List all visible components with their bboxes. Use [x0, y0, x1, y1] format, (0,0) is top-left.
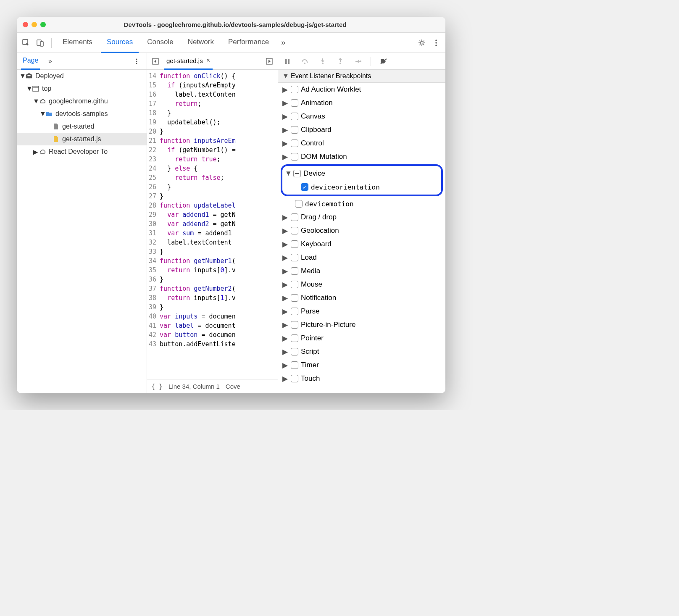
tree-deployed[interactable]: ▼ Deployed: [17, 70, 147, 82]
svg-point-3: [421, 42, 423, 44]
tree-folder[interactable]: ▼ devtools-samples: [17, 108, 147, 120]
svg-point-7: [136, 58, 137, 60]
close-window-button[interactable]: [23, 22, 28, 27]
checkbox[interactable]: [291, 99, 298, 107]
step-icon[interactable]: [352, 55, 364, 67]
checkbox[interactable]: [291, 113, 298, 120]
breakpoint-category[interactable]: ▶Geolocation: [278, 224, 445, 237]
kebab-menu-icon[interactable]: [430, 37, 442, 49]
tab-elements[interactable]: Elements: [57, 33, 98, 53]
titlebar: DevTools - googlechrome.github.io/devtoo…: [17, 17, 445, 33]
breakpoint-category[interactable]: ▼Device: [284, 167, 440, 180]
more-nav-tabs-icon[interactable]: »: [44, 55, 56, 67]
settings-gear-icon[interactable]: [416, 37, 428, 49]
svg-point-9: [136, 63, 137, 64]
pretty-print-icon[interactable]: { }: [151, 383, 163, 390]
zoom-window-button[interactable]: [40, 22, 46, 27]
breakpoint-category[interactable]: ▶Picture-in-Picture: [278, 318, 445, 332]
checkbox[interactable]: [291, 126, 298, 134]
checkbox[interactable]: [291, 140, 298, 147]
breakpoint-category[interactable]: ▶Canvas: [278, 110, 445, 123]
breakpoint-category[interactable]: ▶Timer: [278, 358, 445, 372]
debug-toolbar: [278, 53, 445, 70]
checkbox[interactable]: [291, 240, 298, 248]
device-toggle-icon[interactable]: [34, 37, 46, 49]
breakpoint-category[interactable]: ▶Clipboard: [278, 123, 445, 137]
breakpoint-category[interactable]: ▶DOM Mutation: [278, 150, 445, 163]
checkbox[interactable]: [291, 321, 298, 329]
nav-kebab-icon[interactable]: [131, 55, 142, 67]
breakpoint-category[interactable]: ▶Script: [278, 345, 445, 358]
tab-console[interactable]: Console: [141, 33, 179, 53]
breakpoint-category[interactable]: ▶Animation: [278, 96, 445, 110]
breakpoint-category[interactable]: ▶Touch: [278, 372, 445, 385]
pause-icon[interactable]: [282, 55, 293, 67]
breakpoint-category[interactable]: ▶Pointer: [278, 332, 445, 345]
file-tab[interactable]: get-started.js ×: [164, 53, 213, 70]
step-over-icon[interactable]: [299, 55, 311, 67]
tree-file-js[interactable]: get-started.js: [17, 133, 147, 145]
breakpoint-category[interactable]: ▶Control: [278, 137, 445, 150]
nav-prev-icon[interactable]: [150, 55, 161, 67]
svg-rect-10: [33, 86, 39, 91]
checkbox[interactable]: [291, 267, 298, 275]
traffic-lights: [17, 22, 46, 27]
svg-point-16: [304, 63, 305, 64]
breakpoint-category[interactable]: ▶Ad Auction Worklet: [278, 83, 445, 96]
nav-next-icon[interactable]: [263, 55, 275, 67]
checkbox[interactable]: [291, 308, 298, 315]
checkbox[interactable]: [291, 86, 298, 93]
step-out-icon[interactable]: [334, 55, 346, 67]
tab-sources[interactable]: Sources: [101, 33, 139, 53]
checkbox[interactable]: [291, 348, 298, 355]
tree-domain[interactable]: ▼ googlechrome.githu: [17, 95, 147, 108]
tree-top[interactable]: ▼ top: [17, 82, 147, 95]
svg-point-4: [435, 39, 437, 41]
breakpoint-category[interactable]: ▶Drag / drop: [278, 211, 445, 224]
checkbox[interactable]: [291, 281, 298, 288]
checkbox[interactable]: [291, 294, 298, 302]
checkbox[interactable]: [301, 183, 308, 191]
checkbox[interactable]: [291, 227, 298, 234]
step-into-icon[interactable]: [317, 55, 329, 67]
navigator-tabs: Page »: [17, 53, 147, 70]
more-tabs-icon[interactable]: »: [277, 37, 289, 49]
deactivate-breakpoints-icon[interactable]: [378, 55, 390, 67]
main-toolbar: Elements Sources Console Network Perform…: [17, 33, 445, 53]
breakpoint-category[interactable]: ▶Media: [278, 264, 445, 278]
checkbox[interactable]: [291, 254, 298, 261]
breakpoint-category[interactable]: ▶Load: [278, 251, 445, 264]
debugger-panel: ▼ Event Listener Breakpoints ▶Ad Auction…: [278, 53, 445, 393]
breakpoint-category-list: ▶Ad Auction Worklet▶Animation▶Canvas▶Cli…: [278, 83, 445, 393]
minimize-window-button[interactable]: [32, 22, 37, 27]
code-editor[interactable]: 1415161718192021222324252627282930313233…: [147, 70, 278, 379]
inspect-element-icon[interactable]: [20, 37, 32, 49]
checkbox[interactable]: [293, 170, 301, 177]
event-listener-section-header[interactable]: ▼ Event Listener Breakpoints: [278, 70, 445, 83]
breakpoint-category[interactable]: ▶Notification: [278, 291, 445, 305]
tree-file-html[interactable]: get-started: [17, 120, 147, 133]
tab-network[interactable]: Network: [182, 33, 220, 53]
svg-point-6: [435, 45, 437, 46]
tree-extension[interactable]: ▶ React Developer To: [17, 145, 147, 158]
checkbox[interactable]: [295, 200, 303, 208]
checkbox[interactable]: [291, 375, 298, 382]
breakpoint-event[interactable]: deviceorientation: [284, 180, 440, 194]
breakpoint-event[interactable]: devicemotion: [278, 197, 445, 211]
checkbox[interactable]: [291, 213, 298, 221]
checkbox[interactable]: [291, 334, 298, 342]
svg-point-17: [322, 63, 324, 64]
checkbox[interactable]: [291, 153, 298, 161]
tab-performance[interactable]: Performance: [222, 33, 275, 53]
code-content[interactable]: function onClick() { if (inputsAreEmpty …: [160, 70, 236, 379]
close-tab-icon[interactable]: ×: [206, 57, 210, 64]
breakpoint-category[interactable]: ▶Keyboard: [278, 237, 445, 251]
checkbox[interactable]: [291, 361, 298, 369]
breakpoint-category[interactable]: ▶Parse: [278, 305, 445, 318]
section-twist-icon[interactable]: ▼: [282, 72, 288, 80]
page-tab[interactable]: Page: [21, 53, 40, 70]
coverage-label: Cove: [226, 383, 240, 390]
svg-rect-2: [40, 42, 43, 46]
svg-point-18: [340, 63, 341, 64]
breakpoint-category[interactable]: ▶Mouse: [278, 278, 445, 291]
